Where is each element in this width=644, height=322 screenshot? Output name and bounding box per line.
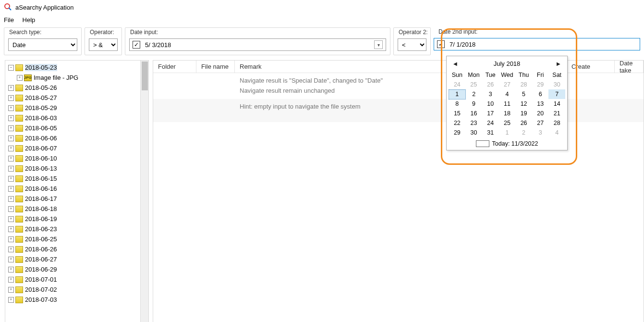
expand-icon[interactable]: + xyxy=(8,125,14,131)
folder-tree[interactable]: −2018-05-23+JPGImage file - JPG+2018-05-… xyxy=(5,61,148,322)
calendar-day[interactable]: 9 xyxy=(465,99,482,109)
calendar-day[interactable]: 13 xyxy=(532,99,548,109)
date-input-check-icon[interactable]: ✓ xyxy=(133,41,140,49)
calendar-day[interactable]: 8 xyxy=(449,99,466,109)
tree-item[interactable]: +2018-06-07 xyxy=(5,143,148,153)
date-2nd-check-icon[interactable]: ✓ xyxy=(437,40,445,48)
expand-icon[interactable]: + xyxy=(8,176,14,182)
tree-item[interactable]: +2018-07-03 xyxy=(5,295,148,305)
expand-icon[interactable]: + xyxy=(8,156,14,161)
tree-item[interactable]: +2018-06-06 xyxy=(5,133,148,143)
menu-help[interactable]: Help xyxy=(23,16,36,24)
tree-item[interactable]: +2018-06-16 xyxy=(5,184,148,194)
tree-item[interactable]: +2018-05-29 xyxy=(5,103,148,113)
tree-item[interactable]: +2018-07-02 xyxy=(5,285,148,295)
expand-icon[interactable]: + xyxy=(8,277,14,283)
expand-icon[interactable]: + xyxy=(8,297,14,303)
tree-item[interactable]: +2018-06-27 xyxy=(5,254,148,264)
expand-icon[interactable]: + xyxy=(8,206,14,212)
expand-icon[interactable]: + xyxy=(8,287,14,293)
calendar-day[interactable]: 18 xyxy=(499,109,516,118)
select-operator-2[interactable]: < xyxy=(398,38,426,51)
expand-icon[interactable]: + xyxy=(8,257,14,262)
expand-icon[interactable]: + xyxy=(8,247,14,252)
calendar-day[interactable]: 15 xyxy=(449,109,466,118)
calendar-next-icon[interactable]: ▶ xyxy=(557,61,560,66)
expand-icon[interactable]: + xyxy=(8,166,14,172)
calendar-day[interactable]: 29 xyxy=(532,80,548,89)
tree-item[interactable]: +2018-06-19 xyxy=(5,214,148,224)
calendar-day[interactable]: 23 xyxy=(465,118,482,128)
calendar-title[interactable]: July 2018 xyxy=(494,60,521,67)
calendar-day[interactable]: 1 xyxy=(499,128,516,137)
expand-icon[interactable]: + xyxy=(8,105,14,111)
tree-item[interactable]: +2018-06-15 xyxy=(5,173,148,184)
tree-item[interactable]: +2018-06-05 xyxy=(5,123,148,133)
calendar-day[interactable]: 14 xyxy=(548,99,565,109)
tree-item[interactable]: +2018-06-25 xyxy=(5,234,148,244)
calendar-today-row[interactable]: Today: 11/3/2022 xyxy=(449,137,565,147)
tree-item[interactable]: +2018-05-26 xyxy=(5,83,148,93)
expand-icon[interactable]: + xyxy=(17,75,23,81)
select-operator[interactable]: > & xyxy=(89,38,118,51)
tree-item[interactable]: +JPGImage file - JPG xyxy=(5,73,148,83)
calendar-day[interactable]: 5 xyxy=(515,89,532,99)
calendar-day[interactable]: 7 xyxy=(548,89,565,99)
calendar-day[interactable]: 31 xyxy=(482,128,499,137)
calendar-day[interactable]: 17 xyxy=(482,109,499,118)
calendar-day[interactable]: 28 xyxy=(548,118,565,128)
tree-item[interactable]: +2018-06-23 xyxy=(5,224,148,234)
tree-item[interactable]: +2018-06-18 xyxy=(5,204,148,214)
list-row[interactable]: Navigate result is "Special Date", chang… xyxy=(153,73,644,99)
calendar-day[interactable]: 4 xyxy=(548,128,565,137)
calendar-day[interactable]: 30 xyxy=(548,80,565,89)
tree-item[interactable]: +2018-06-29 xyxy=(5,264,148,274)
tree-item[interactable]: +2018-05-27 xyxy=(5,93,148,103)
date-2nd-input-box[interactable]: ✓ 7/ 1/2018 xyxy=(434,38,640,50)
calendar-day[interactable]: 6 xyxy=(532,89,548,99)
calendar-day[interactable]: 16 xyxy=(465,109,482,118)
expand-icon[interactable]: + xyxy=(8,196,14,202)
select-search-type[interactable]: Date xyxy=(8,38,77,51)
col-taken[interactable]: Date take xyxy=(615,61,644,73)
calendar-day[interactable]: 3 xyxy=(532,128,548,137)
col-folder[interactable]: Folder xyxy=(153,61,196,73)
calendar-day[interactable]: 4 xyxy=(499,89,516,99)
calendar-day[interactable]: 29 xyxy=(449,128,466,137)
expand-icon[interactable]: + xyxy=(8,146,14,151)
calendar-day[interactable]: 3 xyxy=(482,89,499,99)
calendar-day[interactable]: 21 xyxy=(548,109,565,118)
calendar-day[interactable]: 12 xyxy=(515,99,532,109)
calendar-day[interactable]: 22 xyxy=(449,118,466,128)
calendar-prev-icon[interactable]: ◀ xyxy=(453,61,457,66)
tree-item[interactable]: +2018-07-01 xyxy=(5,274,148,285)
tree-item[interactable]: +2018-06-17 xyxy=(5,194,148,204)
calendar-day[interactable]: 24 xyxy=(449,80,466,89)
tree-item[interactable]: +2018-06-13 xyxy=(5,163,148,173)
collapse-icon[interactable]: − xyxy=(8,65,14,71)
expand-icon[interactable]: + xyxy=(8,267,14,272)
tree-item[interactable]: +2018-06-03 xyxy=(5,113,148,123)
calendar-day[interactable]: 24 xyxy=(482,118,499,128)
expand-icon[interactable]: + xyxy=(8,95,14,101)
calendar-day[interactable]: 30 xyxy=(465,128,482,137)
calendar-dropdown-icon[interactable]: ▾ xyxy=(374,40,383,49)
calendar-day[interactable]: 2 xyxy=(515,128,532,137)
expand-icon[interactable]: + xyxy=(8,236,14,242)
calendar-day[interactable]: 26 xyxy=(515,118,532,128)
expand-icon[interactable]: + xyxy=(8,136,14,141)
expand-icon[interactable]: + xyxy=(8,186,14,192)
calendar-day[interactable]: 25 xyxy=(465,80,482,89)
calendar-day[interactable]: 19 xyxy=(515,109,532,118)
calendar-day[interactable]: 26 xyxy=(482,80,499,89)
date-input-box[interactable]: ✓ 5/ 3/2018 ▾ xyxy=(129,38,386,51)
tree-item[interactable]: +2018-06-26 xyxy=(5,244,148,254)
expand-icon[interactable]: + xyxy=(8,226,14,232)
tree-item[interactable]: +2018-06-10 xyxy=(5,153,148,163)
list-row[interactable]: Hint: empty input to navigate the file s… xyxy=(153,99,644,122)
calendar-day[interactable]: 1 xyxy=(449,89,466,99)
tree-scrollbar-thumb[interactable] xyxy=(142,62,148,90)
calendar-day[interactable]: 20 xyxy=(532,109,548,118)
calendar-day[interactable]: 25 xyxy=(499,118,516,128)
col-file[interactable]: File name xyxy=(196,61,235,73)
